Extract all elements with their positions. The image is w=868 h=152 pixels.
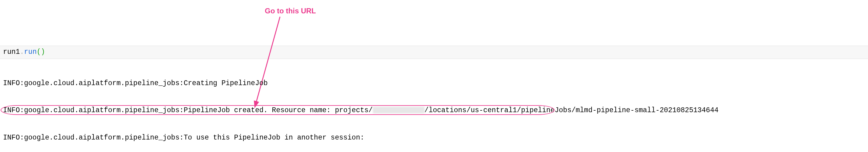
log-text: /locations/us-central1/pipelineJobs/mlmd… <box>425 106 719 114</box>
log-text: INFO:google.cloud.aiplatform.pipeline_jo… <box>3 106 373 114</box>
code-function: run <box>24 48 36 56</box>
log-line: INFO:google.cloud.aiplatform.pipeline_jo… <box>3 106 865 115</box>
annotation-label: Go to this URL <box>265 6 316 15</box>
code-cell: run1.run() <box>0 46 868 59</box>
output-log: INFO:google.cloud.aiplatform.pipeline_jo… <box>0 59 868 152</box>
log-line: INFO:google.cloud.aiplatform.pipeline_jo… <box>3 134 865 143</box>
code-paren-open: ( <box>36 48 41 56</box>
code-paren-close: ) <box>41 48 45 56</box>
log-line: INFO:google.cloud.aiplatform.pipeline_jo… <box>3 79 865 88</box>
code-dot: . <box>20 48 24 56</box>
code-object: run1 <box>3 48 20 56</box>
redacted-project-id <box>373 107 425 113</box>
